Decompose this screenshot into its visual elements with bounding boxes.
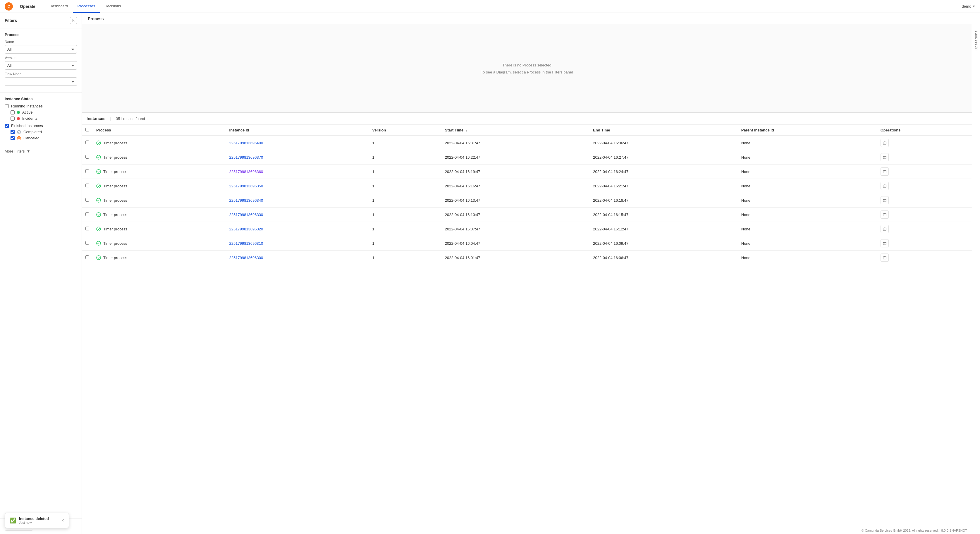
- operations-panel: Operations: [972, 13, 980, 534]
- row-instance-id[interactable]: 2251799813696310: [226, 236, 369, 250]
- name-label: Name: [5, 40, 77, 44]
- row-checkbox[interactable]: [86, 226, 89, 230]
- trash-icon: [883, 256, 887, 260]
- row-start-time: 2022-04-04 16:31:47: [441, 135, 590, 150]
- row-process: Timer process: [93, 236, 226, 250]
- row-operations: [877, 164, 972, 179]
- delete-instance-btn[interactable]: [881, 225, 889, 233]
- row-select-cell[interactable]: [82, 250, 93, 265]
- select-all-checkbox[interactable]: [86, 128, 89, 131]
- row-instance-id[interactable]: 2251799813696350: [226, 179, 369, 193]
- process-name-select[interactable]: All: [5, 45, 77, 54]
- delete-instance-btn[interactable]: [881, 182, 889, 190]
- row-checkbox[interactable]: [86, 241, 89, 245]
- row-instance-id[interactable]: 2251799813696400: [226, 135, 369, 150]
- delete-instance-btn[interactable]: [881, 210, 889, 219]
- row-version: 1: [369, 250, 441, 265]
- canceled-label: Canceled: [24, 136, 40, 140]
- row-select-cell[interactable]: [82, 193, 93, 207]
- version-col-header: Version: [369, 125, 441, 135]
- row-checkbox[interactable]: [86, 140, 89, 144]
- row-select-cell[interactable]: [82, 236, 93, 250]
- row-end-time: 2022-04-04 16:12:47: [589, 222, 738, 236]
- row-select-cell[interactable]: [82, 207, 93, 222]
- delete-instance-btn[interactable]: [881, 253, 889, 262]
- table-row: Timer process 2251799813696320 1 2022-04…: [82, 222, 972, 236]
- active-checkbox[interactable]: [11, 110, 14, 115]
- running-instances-checkbox[interactable]: [5, 104, 9, 108]
- row-checkbox[interactable]: [86, 212, 89, 216]
- row-version: 1: [369, 164, 441, 179]
- row-instance-id[interactable]: 2251799813696300: [226, 250, 369, 265]
- nav-processes[interactable]: Processes: [73, 0, 100, 13]
- incidents-checkbox[interactable]: [11, 116, 14, 121]
- delete-instance-btn[interactable]: [881, 239, 889, 247]
- version-select[interactable]: All: [5, 61, 77, 70]
- row-operations: [877, 222, 972, 236]
- nav-dashboard[interactable]: Dashboard: [45, 0, 73, 13]
- row-version: 1: [369, 150, 441, 164]
- row-start-time: 2022-04-04 16:07:47: [441, 222, 590, 236]
- completed-icon: [17, 130, 21, 134]
- completed-row-icon: [96, 255, 101, 260]
- finished-instances-checkbox[interactable]: [5, 124, 9, 128]
- flow-node-label: Flow Node: [5, 72, 77, 76]
- user-label: demo: [962, 4, 972, 8]
- row-end-time: 2022-04-04 16:27:47: [589, 150, 738, 164]
- incidents-row: Incidents: [11, 116, 77, 121]
- row-end-time: 2022-04-04 16:36:47: [589, 135, 738, 150]
- row-select-cell[interactable]: [82, 179, 93, 193]
- trash-icon: [883, 198, 887, 202]
- start-time-col-header[interactable]: Start Time ↓: [441, 125, 590, 135]
- svg-rect-10: [883, 156, 886, 159]
- row-checkbox[interactable]: [86, 183, 89, 187]
- row-checkbox[interactable]: [86, 255, 89, 259]
- canceled-checkbox[interactable]: [11, 136, 14, 140]
- row-checkbox[interactable]: [86, 155, 89, 159]
- instances-tbody: Timer process 2251799813696400 1 2022-04…: [82, 135, 972, 265]
- table-row: Timer process 2251799813696300 1 2022-04…: [82, 250, 972, 265]
- row-operations: [877, 250, 972, 265]
- delete-instance-btn[interactable]: [881, 167, 889, 176]
- more-filters-btn[interactable]: More Filters ▼: [0, 146, 82, 156]
- user-menu[interactable]: demo ▼: [962, 4, 975, 8]
- row-version: 1: [369, 222, 441, 236]
- active-label: Active: [22, 110, 32, 115]
- delete-instance-btn[interactable]: [881, 196, 889, 204]
- select-all-header[interactable]: [82, 125, 93, 135]
- row-checkbox[interactable]: [86, 169, 89, 173]
- row-select-cell[interactable]: [82, 150, 93, 164]
- trash-icon: [883, 212, 887, 217]
- flow-node-select[interactable]: --: [5, 77, 77, 86]
- row-instance-id[interactable]: 2251799813696320: [226, 222, 369, 236]
- table-row: Timer process 2251799813696310 1 2022-04…: [82, 236, 972, 250]
- finished-instances-row: Finished Instances: [5, 124, 77, 128]
- row-operations: [877, 150, 972, 164]
- toast-close-btn[interactable]: ×: [61, 518, 64, 523]
- toast-content: Instance deleted Just now: [19, 516, 59, 524]
- process-col-header: Process: [93, 125, 226, 135]
- row-checkbox[interactable]: [86, 198, 89, 202]
- delete-instance-btn[interactable]: [881, 139, 889, 147]
- svg-rect-15: [883, 171, 886, 173]
- row-select-cell[interactable]: [82, 164, 93, 179]
- row-instance-id[interactable]: 2251799813696340: [226, 193, 369, 207]
- nav-decisions[interactable]: Decisions: [100, 0, 126, 13]
- completed-label: Completed: [24, 130, 42, 134]
- row-select-cell[interactable]: [82, 222, 93, 236]
- row-instance-id[interactable]: 2251799813696370: [226, 150, 369, 164]
- row-select-cell[interactable]: [82, 135, 93, 150]
- completed-checkbox[interactable]: [11, 130, 14, 134]
- sidebar-collapse-btn[interactable]: K: [70, 17, 77, 24]
- completed-row: Completed: [11, 130, 77, 134]
- row-instance-id[interactable]: 2251799813696330: [226, 207, 369, 222]
- row-start-time: 2022-04-04 16:19:47: [441, 164, 590, 179]
- delete-instance-btn[interactable]: [881, 153, 889, 161]
- running-instances-row: Running Instances: [5, 104, 77, 108]
- row-parent-instance-id: None: [738, 135, 877, 150]
- incidents-label: Incidents: [22, 116, 37, 121]
- row-instance-id[interactable]: 2251799813696360: [226, 164, 369, 179]
- instances-area: Instances | 351 results found Process In…: [82, 113, 972, 527]
- completed-row-icon: [96, 212, 101, 217]
- active-dot: [17, 111, 20, 114]
